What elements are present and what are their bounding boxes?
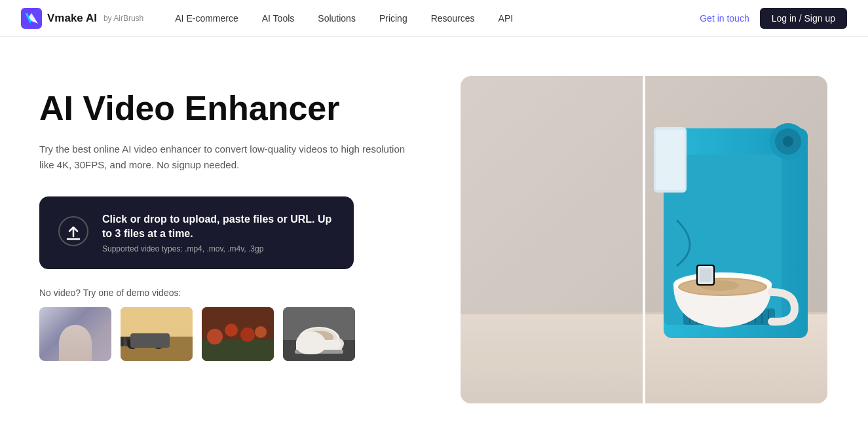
left-panel: AI Video Enhancer Try the best online AI… bbox=[39, 76, 419, 361]
logo-text: Vmake AI bbox=[47, 12, 97, 25]
demo-thumb-1[interactable] bbox=[39, 307, 111, 361]
demo-thumb-3[interactable] bbox=[202, 307, 274, 361]
main-content: AI Video Enhancer Try the best online AI… bbox=[0, 37, 868, 427]
navbar: Vmake AI by AirBrush AI E-commerce AI To… bbox=[0, 0, 868, 37]
svg-point-8 bbox=[127, 339, 138, 349]
upload-text-area: Click or drop to upload, paste files or … bbox=[102, 212, 335, 253]
upload-icon bbox=[58, 215, 89, 250]
vmake-logo-icon bbox=[21, 8, 42, 29]
demo-thumbs bbox=[39, 307, 419, 361]
svg-rect-59 bbox=[700, 269, 711, 282]
logo[interactable]: Vmake AI by AirBrush bbox=[21, 8, 143, 29]
svg-point-35 bbox=[783, 136, 793, 147]
demo-label: No video? Try one of demo videos: bbox=[39, 288, 419, 298]
nav-right: Get in touch Log in / Sign up bbox=[700, 8, 847, 29]
upload-main-text: Click or drop to upload, paste files or … bbox=[102, 212, 335, 242]
nav-resources[interactable]: Resources bbox=[431, 13, 475, 24]
demo-thumb-4[interactable] bbox=[283, 307, 355, 361]
page-subtitle: Try the best online AI video enhancer to… bbox=[39, 141, 406, 173]
upload-area[interactable]: Click or drop to upload, paste files or … bbox=[39, 196, 354, 269]
nav-api[interactable]: API bbox=[499, 13, 514, 24]
page-title: AI Video Enhancer bbox=[39, 89, 419, 128]
svg-rect-25 bbox=[295, 350, 343, 354]
nav-solutions[interactable]: Solutions bbox=[318, 13, 356, 24]
svg-rect-37 bbox=[656, 130, 685, 190]
nav-links: AI E-commerce AI Tools Solutions Pricing… bbox=[175, 13, 700, 24]
logo-by: by AirBrush bbox=[104, 14, 143, 23]
nav-pricing[interactable]: Pricing bbox=[379, 13, 407, 24]
svg-rect-20 bbox=[283, 340, 355, 361]
login-signup-button[interactable]: Log in / Sign up bbox=[760, 8, 847, 29]
svg-point-9 bbox=[153, 339, 164, 349]
demo-thumb-2[interactable] bbox=[121, 307, 193, 361]
svg-rect-11 bbox=[121, 307, 193, 337]
svg-rect-18 bbox=[202, 307, 274, 361]
right-panel bbox=[445, 76, 842, 403]
svg-rect-63 bbox=[461, 76, 644, 403]
upload-sub-text: Supported video types: .mp4, .mov, .m4v,… bbox=[102, 244, 335, 253]
coffee-scene-svg bbox=[461, 76, 827, 403]
nav-ai-tools[interactable]: AI Tools bbox=[262, 13, 295, 24]
nav-ai-ecommerce[interactable]: AI E-commerce bbox=[175, 13, 238, 24]
get-in-touch-link[interactable]: Get in touch bbox=[700, 13, 749, 24]
before-after-image bbox=[461, 76, 827, 403]
